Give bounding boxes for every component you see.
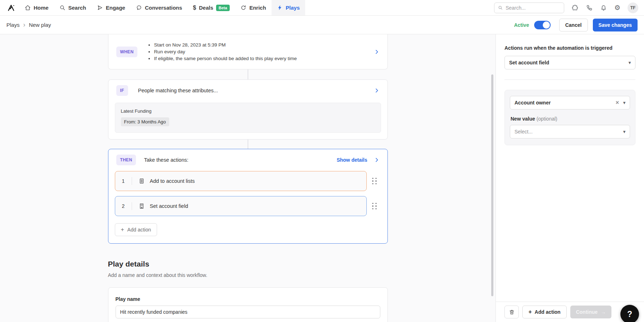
when-card[interactable]: WHEN Start on Nov 28, 2023 at 5:39 PM Ru… <box>108 34 388 69</box>
search-input[interactable] <box>506 5 560 11</box>
continue-label: Continue <box>576 309 598 315</box>
nav-item-label: Deals <box>199 5 213 11</box>
plays-bolt-icon <box>277 5 283 11</box>
document-list-icon <box>138 178 145 184</box>
when-badge: WHEN <box>116 47 138 57</box>
action-card-add-to-account-lists[interactable]: 1 Add to account lists <box>115 171 367 191</box>
search-icon <box>59 5 65 11</box>
caret-down-icon: ▾ <box>623 129 625 134</box>
save-changes-button[interactable]: Save changes <box>593 19 638 31</box>
cancel-button[interactable]: Cancel <box>559 19 588 31</box>
question-icon: ? <box>627 309 632 319</box>
apollo-logo[interactable] <box>3 0 19 15</box>
action-type-value: Set account field <box>509 60 549 65</box>
when-bullet-list: Start on Nov 28, 2023 at 5:39 PM Run eve… <box>147 42 297 62</box>
add-action-button[interactable]: + Add action <box>115 223 157 236</box>
then-badge: THEN <box>116 155 136 165</box>
new-value-optional: (optional) <box>536 116 557 122</box>
gear-icon[interactable]: ⚙ <box>614 4 620 11</box>
action-row-2: 2 Set account field <box>115 196 381 216</box>
field-config-card: Account owner × ▾ New value (optional) S… <box>504 90 635 145</box>
drag-handle-icon[interactable] <box>368 178 381 185</box>
engage-send-icon <box>97 5 103 11</box>
nav-item-home[interactable]: Home <box>19 0 54 15</box>
connector-line <box>248 140 248 149</box>
nav-item-deals[interactable]: $ Deals Beta <box>187 0 235 15</box>
deals-dollar-icon: $ <box>193 5 196 11</box>
breadcrumb-plays[interactable]: Plays <box>6 22 20 28</box>
nav-item-label: Plays <box>286 5 300 11</box>
panel-add-action-button[interactable]: + Add action <box>522 306 567 318</box>
nav-item-plays[interactable]: Plays <box>272 0 305 15</box>
workflow-canvas: WHEN Start on Nov 28, 2023 at 5:39 PM Ru… <box>0 34 496 322</box>
new-value-select[interactable]: Select... ▾ <box>510 125 630 138</box>
top-nav-right: ⚙ TF <box>494 0 644 15</box>
chevron-right-icon: › <box>23 22 25 28</box>
panel-add-action-label: Add action <box>535 309 560 315</box>
search-icon <box>498 5 503 10</box>
continue-button-disabled[interactable]: Continue → <box>570 306 612 318</box>
play-details-card: Play name Add more details <box>108 287 388 322</box>
attribute-value-chip: From: 3 Months Ago <box>121 117 169 126</box>
divider <box>504 79 635 80</box>
nav-item-engage[interactable]: Engage <box>92 0 131 15</box>
play-name-label: Play name <box>116 296 380 302</box>
panel-title: Actions run when the automation is trigg… <box>504 45 635 51</box>
action-card-set-account-field[interactable]: 2 Set account field <box>115 196 367 216</box>
attribute-name: Latest Funding <box>121 108 375 114</box>
drag-handle-icon[interactable] <box>368 203 381 210</box>
nav-item-label: Enrich <box>249 5 266 11</box>
action-label: Add to account lists <box>150 178 195 184</box>
header-actions: Active Cancel Save changes <box>514 19 638 31</box>
nav-item-label: Home <box>34 5 49 11</box>
building-icon <box>138 203 145 209</box>
play-name-input[interactable] <box>116 306 380 318</box>
avatar[interactable]: TF <box>628 3 638 13</box>
divider <box>132 202 132 210</box>
page-header: Plays › New play Active Cancel Save chan… <box>0 16 644 34</box>
connector-line <box>248 69 248 79</box>
chevron-right-icon[interactable] <box>374 157 380 163</box>
account-field-select[interactable]: Account owner × ▾ <box>510 96 630 109</box>
nav-item-conversations[interactable]: Conversations <box>131 0 187 15</box>
when-bullet: If eligible, the same person should be a… <box>154 55 297 62</box>
delete-action-button[interactable] <box>504 306 519 318</box>
breadcrumb-current: New play <box>29 22 51 28</box>
help-button[interactable]: ? <box>620 305 639 322</box>
action-type-select[interactable]: Set account field ▾ <box>504 56 635 69</box>
when-bullet: Start on Nov 28, 2023 at 5:39 PM <box>154 42 297 48</box>
global-search[interactable] <box>494 3 564 13</box>
home-icon <box>25 5 31 11</box>
status-badge: Active <box>514 22 529 28</box>
new-value-label: New value <box>511 116 535 122</box>
show-details-link[interactable]: Show details <box>337 157 367 163</box>
chevron-right-icon[interactable] <box>374 49 380 55</box>
plus-icon: + <box>121 227 124 233</box>
action-label: Set account field <box>150 203 188 209</box>
if-title: People matching these attributes... <box>138 88 218 93</box>
top-nav: Home Search Engage Conversations $ Deals… <box>0 0 644 16</box>
phone-icon[interactable] <box>586 4 593 11</box>
vertical-scrollbar[interactable] <box>491 74 493 296</box>
nav-item-search[interactable]: Search <box>54 0 92 15</box>
play-details-subheading: Add a name and context about this workfl… <box>108 272 388 278</box>
if-card: IF People matching these attributes... L… <box>108 79 388 140</box>
chevron-right-icon[interactable] <box>374 88 380 93</box>
action-number: 1 <box>115 178 132 184</box>
nav-item-enrich[interactable]: Enrich <box>235 0 272 15</box>
action-number: 2 <box>115 203 132 209</box>
enrich-refresh-icon <box>240 5 247 11</box>
if-header[interactable]: IF People matching these attributes... <box>108 80 387 101</box>
close-icon[interactable]: × <box>616 99 619 106</box>
breadcrumb: Plays › New play <box>6 22 51 28</box>
extension-icon[interactable] <box>571 4 579 11</box>
bell-icon[interactable] <box>600 4 607 11</box>
nav-item-label: Search <box>68 5 86 11</box>
caret-down-icon: ▾ <box>623 100 625 105</box>
active-toggle[interactable] <box>534 21 551 29</box>
conversations-icon <box>136 5 142 11</box>
then-card: THEN Take these actions: Show details 1 <box>108 149 388 244</box>
new-value-label-row: New value (optional) <box>511 116 629 122</box>
nav-item-label: Engage <box>106 5 125 11</box>
action-row-1: 1 Add to account lists <box>115 171 381 191</box>
